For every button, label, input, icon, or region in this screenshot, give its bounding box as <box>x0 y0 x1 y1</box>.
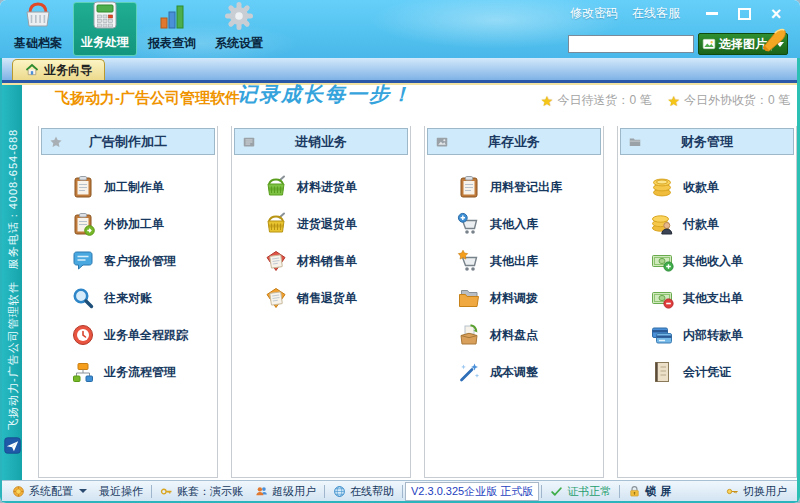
menu-item-label: 用料登记出库 <box>490 179 562 196</box>
statusbar-item[interactable]: 最近操作 <box>93 484 149 499</box>
cart-plus-icon <box>457 212 481 236</box>
menu-item-label: 收款单 <box>683 179 719 196</box>
statusbar-item[interactable]: 系统配置 <box>6 484 93 499</box>
banner-image-row: 选择图片 <box>568 33 788 55</box>
column-header: 进销业务 <box>234 128 408 155</box>
column-title: 财务管理 <box>681 133 733 151</box>
toolbar-item-base-archives[interactable]: 基础档案 <box>6 2 70 56</box>
page-title: 飞扬动力-广告公司管理软件 <box>55 89 240 108</box>
menu-item-label: 进货退货单 <box>297 216 357 233</box>
statusbar-item[interactable]: 切换用户 <box>720 484 793 499</box>
menu-item[interactable]: 客户报价管理 <box>71 249 217 273</box>
statusbar-item[interactable]: 在线帮助 <box>327 484 400 499</box>
statusbar-item-label: 账套：演示账 <box>177 484 243 499</box>
menu-item-label: 材料调拨 <box>490 290 538 307</box>
column-header: 库存业务 <box>427 128 601 155</box>
menu-item[interactable]: 销售退货单 <box>264 286 410 310</box>
menu-item[interactable]: 材料调拨 <box>457 286 603 310</box>
toolbar-item-reports[interactable]: 报表查询 <box>140 2 204 56</box>
column-header: 财务管理 <box>620 128 794 155</box>
menu-item[interactable]: 业务流程管理 <box>71 360 217 384</box>
menu-item[interactable]: 付款单 <box>650 212 796 236</box>
statusbar-divider <box>151 485 152 498</box>
version-badge: V2.3.0.325企业版 正式版 <box>405 482 539 501</box>
menu-item[interactable]: 往来对账 <box>71 286 217 310</box>
maximize-button[interactable] <box>736 6 752 22</box>
gear-icon <box>223 0 255 32</box>
menu-item-label: 销售退货单 <box>297 290 357 307</box>
star-icon: ★ <box>541 93 554 109</box>
change-password-link[interactable]: 修改密码 <box>570 5 618 22</box>
cart-star-icon <box>457 249 481 273</box>
menu-item-label: 业务流程管理 <box>104 364 176 381</box>
menu-item[interactable]: 材料进货单 <box>264 175 410 199</box>
globe-icon <box>333 485 346 498</box>
menu-item-label: 材料进货单 <box>297 179 357 196</box>
menu-item[interactable]: 材料销售单 <box>264 249 410 273</box>
menu-item-label: 其他支出单 <box>683 290 743 307</box>
switch-key-icon <box>726 485 739 498</box>
wand-icon <box>457 360 481 384</box>
menu-item[interactable]: 进货退货单 <box>264 212 410 236</box>
menu-item-label: 会计凭证 <box>683 364 731 381</box>
column-items: 材料进货单进货退货单材料销售单销售退货单 <box>232 157 410 310</box>
window-edge-left <box>0 58 2 503</box>
window-controls: × <box>704 6 784 22</box>
column-title: 库存业务 <box>488 133 540 151</box>
today-stats: ★ 今日待送货：0 笔 ★ 今日外协收货：0 笔 <box>541 92 790 109</box>
toolbar-item-settings[interactable]: 系统设置 <box>207 2 271 56</box>
side-rail: 飞扬动力-广告公司管理软件 服务电话：4008-654-688 <box>2 85 22 480</box>
menu-item[interactable]: 收款单 <box>650 175 796 199</box>
tab-strip <box>0 58 800 80</box>
statusbar-item[interactable]: 锁屏 <box>622 484 681 499</box>
column-panel-2: 进销业务材料进货单进货退货单材料销售单销售退货单 <box>231 126 411 478</box>
column-panel-4: 财务管理收款单付款单其他收入单其他支出单内部转款单会计凭证 <box>617 126 797 478</box>
tab-business-guide[interactable]: 业务向导 <box>12 59 105 80</box>
menu-item-label: 业务单全程跟踪 <box>104 327 188 344</box>
rail-service-text: 飞扬动力-广告公司管理软件 服务电话：4008-654-688 <box>6 129 21 430</box>
home-icon <box>25 63 39 77</box>
clipboard-arrow-icon <box>71 212 95 236</box>
menu-item-label: 成本调整 <box>490 364 538 381</box>
menu-item[interactable]: 业务单全程跟踪 <box>71 323 217 347</box>
menu-item[interactable]: 其他收入单 <box>650 249 796 273</box>
close-button[interactable]: × <box>768 6 784 22</box>
toolbar-item-label: 报表查询 <box>148 35 196 52</box>
menu-item[interactable]: 加工制作单 <box>71 175 217 199</box>
stat-delivery-text: 今日待送货：0 笔 <box>557 92 651 109</box>
folders-icon <box>457 286 481 310</box>
menu-item-label: 客户报价管理 <box>104 253 176 270</box>
statusbar-item-label: 系统配置 <box>29 484 73 499</box>
folder-faded-icon <box>628 135 642 149</box>
online-service-link[interactable]: 在线客服 <box>632 5 680 22</box>
menu-item[interactable]: 成本调整 <box>457 360 603 384</box>
statusbar-item[interactable]: 超级用户 <box>249 484 322 499</box>
menu-item[interactable]: 材料盘点 <box>457 323 603 347</box>
star-icon: ★ <box>667 93 680 109</box>
menu-item[interactable]: 外协加工单 <box>71 212 217 236</box>
menu-item-label: 内部转款单 <box>683 327 743 344</box>
status-right: 切换用户 <box>720 481 793 501</box>
menu-item-label: 付款单 <box>683 216 719 233</box>
statusbar-item[interactable]: 账套：演示账 <box>154 484 249 499</box>
menu-item[interactable]: 其他支出单 <box>650 286 796 310</box>
statusbar-divider <box>619 485 620 498</box>
menu-item[interactable]: 用料登记出库 <box>457 175 603 199</box>
coins-icon <box>650 175 674 199</box>
menu-item-label: 其他收入单 <box>683 253 743 270</box>
menu-item[interactable]: 其他入库 <box>457 212 603 236</box>
column-panel-3: 库存业务用料登记出库其他入库其他出库材料调拨材料盘点成本调整 <box>424 126 604 478</box>
close-icon: × <box>771 7 782 21</box>
banner-image-input[interactable] <box>568 35 694 53</box>
menu-item[interactable]: 会计凭证 <box>650 360 796 384</box>
menu-item-label: 其他入库 <box>490 216 538 233</box>
toolbar-item-business-process[interactable]: 业务处理 <box>73 2 137 56</box>
statusbar-item-label: 超级用户 <box>272 484 316 499</box>
clock-track-icon <box>71 323 95 347</box>
toolbar-item-label: 基础档案 <box>14 35 62 52</box>
menu-item[interactable]: 其他出库 <box>457 249 603 273</box>
horn-icon[interactable] <box>760 26 788 54</box>
star-faded-icon <box>49 135 63 149</box>
minimize-button[interactable] <box>704 6 720 22</box>
menu-item[interactable]: 内部转款单 <box>650 323 796 347</box>
